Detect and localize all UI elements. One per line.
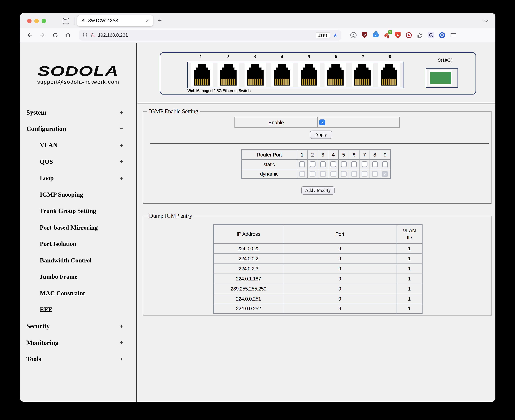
sidebar-item-port-isolation[interactable]: Port Isolation — [20, 236, 136, 252]
close-window-button[interactable] — [27, 19, 31, 23]
tab-close-icon[interactable]: ✕ — [144, 18, 150, 23]
sidebar-item-vlan[interactable]: VLAN+ — [20, 137, 136, 154]
active-tab[interactable]: SL-SWTGW218AS ✕ — [77, 15, 153, 26]
tab-bar: SL-SWTGW218AS ✕ + — [20, 13, 495, 28]
blue-ring-extension-icon[interactable] — [439, 32, 445, 38]
expand-icon[interactable]: + — [118, 175, 125, 181]
sidebar-item-igmp-snooping[interactable]: IGMP Snooping — [20, 187, 136, 203]
sidebar-item-jumbo-frame[interactable]: Jumbo Frame — [20, 269, 136, 285]
insecure-lock-icon[interactable] — [90, 33, 95, 38]
window-controls[interactable] — [27, 19, 46, 23]
sidebar-item-tools[interactable]: Tools+ — [20, 351, 136, 367]
expand-icon[interactable]: + — [118, 159, 125, 165]
vlan-id-cell: 1 — [397, 243, 422, 254]
static-port-1-checkbox[interactable] — [299, 162, 305, 167]
expand-icon[interactable]: + — [118, 323, 125, 330]
router-port-col-8: 8 — [370, 150, 380, 159]
sidebar-item-mac-constraint[interactable]: MAC Constraint — [20, 285, 136, 302]
search-extension-icon[interactable] — [428, 32, 434, 38]
static-port-8-checkbox[interactable] — [372, 162, 378, 167]
sidebar-item-label: QOS — [40, 158, 53, 165]
ip-address-cell: 224.0.0.2 — [214, 254, 283, 263]
static-port-5-checkbox[interactable] — [341, 162, 347, 167]
add-modify-button[interactable]: Add / Modify — [301, 186, 334, 195]
thumbs-up-extension-icon[interactable] — [417, 32, 423, 38]
port-number: 3 — [241, 54, 268, 60]
minimize-window-button[interactable] — [34, 19, 39, 23]
sidebar: SODOLA support@sodola-network.com System… — [20, 43, 136, 402]
ublock-extension-icon[interactable]: uO — [361, 32, 368, 38]
sidebar-item-system[interactable]: System+ — [20, 104, 136, 121]
router-port-col-7: 7 — [359, 150, 370, 159]
adguard-extension-icon[interactable] — [394, 32, 401, 38]
static-port-7-checkbox[interactable] — [361, 162, 367, 167]
router-port-header-row: Router Port123456789 — [241, 150, 390, 159]
vlan-id-cell: 1 — [397, 294, 422, 304]
dynamic-port-2-checkbox — [310, 171, 315, 177]
reload-button[interactable] — [51, 31, 60, 40]
video-play-extension-icon[interactable] — [406, 32, 412, 38]
dump-col-vlan-id: VLAN ID — [397, 224, 422, 243]
downloadhelper-extension-icon[interactable]: 1 — [383, 32, 390, 38]
sidebar-item-bandwidth-control[interactable]: Bandwidth Control — [20, 252, 136, 269]
sidebar-item-security[interactable]: Security+ — [20, 318, 136, 335]
vlan-id-cell: 1 — [397, 263, 422, 274]
sidebar-item-loop[interactable]: Loop+ — [20, 170, 136, 187]
sidebar-item-label: Configuration — [26, 125, 66, 133]
page-content: SODOLA support@sodola-network.com System… — [20, 43, 495, 402]
sidebar-item-qos[interactable]: QOS+ — [20, 154, 136, 170]
list-tabs-chevron-icon[interactable] — [484, 17, 488, 22]
sidebar-item-port-based-mirroring[interactable]: Port-based Mirroring — [20, 219, 136, 236]
static-port-6-checkbox[interactable] — [351, 162, 357, 167]
ip-address-cell: 224.0.1.187 — [214, 274, 283, 284]
tracking-shield-icon[interactable] — [83, 33, 88, 38]
cloud-check-extension-icon[interactable]: ✓ — [372, 32, 379, 38]
extension-icons: uO ✓ 1 — [350, 32, 456, 38]
collapse-icon[interactable]: − — [118, 126, 125, 132]
table-row: 239.255.255.25091 — [214, 284, 422, 294]
rj45-port-icon — [325, 63, 347, 87]
tab-title: SL-SWTGW218AS — [81, 18, 144, 23]
router-port-table: Router Port123456789staticdynamic — [241, 149, 391, 179]
expand-icon[interactable]: + — [118, 142, 125, 149]
back-button[interactable] — [25, 31, 34, 40]
enable-checkbox[interactable] — [319, 120, 325, 125]
zoom-level-indicator[interactable]: 133% — [316, 32, 330, 38]
expand-icon[interactable]: + — [118, 356, 125, 362]
static-port-3-checkbox[interactable] — [320, 162, 326, 167]
fullscreen-window-button[interactable] — [42, 19, 46, 23]
sidebar-item-eee[interactable]: EEE — [20, 302, 136, 318]
forward-button[interactable] — [38, 31, 47, 40]
sidebar-item-label: Security — [26, 322, 50, 330]
router-port-col-6: 6 — [349, 150, 359, 159]
bookmark-star-icon[interactable]: ★ — [333, 32, 338, 38]
static-port-2-checkbox[interactable] — [310, 162, 315, 167]
uplink-port — [426, 68, 458, 88]
uplink-port-bg — [429, 70, 452, 85]
static-row: static — [241, 159, 390, 169]
static-port-9-checkbox[interactable] — [382, 162, 388, 167]
sidebar-item-monitoring[interactable]: Monitoring+ — [20, 335, 136, 351]
firefox-view-icon[interactable] — [63, 18, 69, 24]
menu-hamburger-icon[interactable] — [450, 32, 456, 38]
dump-col-ip-address: IP Address — [214, 224, 283, 243]
home-button[interactable] — [63, 31, 72, 40]
sidebar-item-configuration[interactable]: Configuration− — [20, 121, 136, 137]
port-cell: 9 — [283, 274, 397, 284]
account-icon[interactable] — [350, 32, 357, 38]
rj45-port-icon — [378, 63, 400, 87]
apply-button[interactable]: Apply — [310, 131, 332, 139]
igmp-enable-legend: IGMP Enable Setting — [147, 108, 200, 115]
expand-icon[interactable]: + — [118, 109, 125, 116]
sidebar-item-trunk-group-setting[interactable]: Trunk Group Setting — [20, 203, 136, 219]
new-tab-button[interactable]: + — [158, 17, 162, 25]
sidebar-item-label: EEE — [40, 306, 52, 314]
dump-header-row: IP AddressPortVLAN ID — [214, 224, 422, 243]
url-text[interactable]: 192.168.0.231 — [98, 33, 128, 38]
static-port-4-checkbox[interactable] — [330, 162, 336, 167]
expand-icon[interactable]: + — [118, 340, 125, 346]
sidebar-item-label: Bandwidth Control — [40, 257, 91, 264]
url-bar[interactable]: 192.168.0.231 133% ★ — [79, 30, 341, 40]
sidebar-item-label: System — [26, 109, 46, 116]
port-number: 5 — [295, 54, 322, 60]
